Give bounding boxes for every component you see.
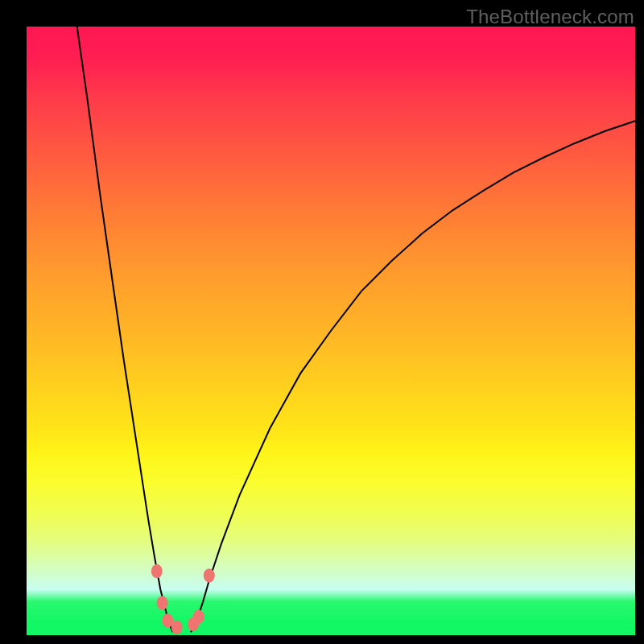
right-curve	[191, 121, 635, 632]
chart-svg	[27, 27, 635, 635]
data-markers	[151, 564, 215, 634]
plot-area	[27, 27, 635, 635]
data-marker	[193, 610, 204, 625]
data-marker	[171, 620, 183, 634]
left-curve	[76, 14, 173, 632]
data-marker	[151, 564, 163, 579]
chart-frame: TheBottleneck.com	[0, 0, 644, 644]
watermark-text: TheBottleneck.com	[466, 6, 634, 28]
data-marker	[157, 596, 168, 610]
data-marker	[204, 568, 215, 583]
